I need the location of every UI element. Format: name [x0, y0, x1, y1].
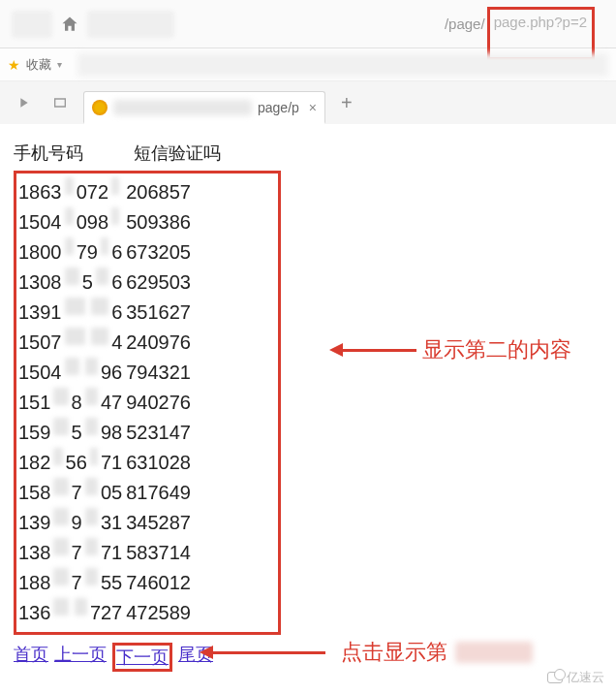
phone-part3: 727	[90, 598, 122, 628]
phone-blur	[65, 298, 85, 315]
phone-part2: 7	[72, 568, 82, 598]
star-icon[interactable]: ★	[8, 57, 20, 73]
phone-blur	[91, 298, 109, 315]
tab-title-blur	[113, 100, 252, 115]
phone-blur	[85, 388, 98, 405]
home-icon[interactable]	[60, 15, 79, 34]
table-row: 139931 345287	[18, 508, 191, 538]
table-row: 1504098 509386	[18, 207, 191, 237]
header-code: 短信验证吗	[134, 142, 221, 165]
table-row: 15074 240976	[18, 328, 191, 358]
annotation-1-text: 显示第二的内容	[422, 335, 571, 364]
phone-part2: 8	[72, 388, 82, 418]
table-header-row: 手机号码 短信验证吗	[14, 142, 610, 165]
phone-part3: 6	[111, 298, 122, 328]
new-tab-button[interactable]: +	[335, 92, 358, 114]
phone-part1: 158	[18, 478, 50, 508]
phone-blur	[85, 568, 98, 585]
address-bar[interactable]: /page/ page.php?p=2	[182, 10, 604, 39]
phone-blur	[90, 448, 98, 465]
phone-blur	[53, 598, 68, 615]
phone-part1: 1391	[18, 298, 62, 328]
phone-part1: 188	[18, 568, 50, 598]
phone-part1: 1504	[18, 358, 62, 388]
browser-tab[interactable]: page/p ×	[83, 91, 325, 124]
phone-part3: 47	[101, 388, 122, 418]
tab-bar: page/p × +	[0, 81, 616, 124]
sms-code: 345287	[126, 508, 191, 538]
table-row: 136727 472589	[18, 598, 191, 628]
watermark-text: 亿速云	[567, 669, 604, 686]
phone-blur	[111, 177, 119, 195]
url-text-highlighted: page.php?p=2	[487, 7, 595, 60]
phone-part3: 98	[101, 418, 122, 448]
phone-blur	[85, 418, 98, 435]
table-row: 1825671 631028	[18, 448, 191, 478]
phone-part1: 1863	[18, 177, 62, 207]
phone-part1: 136	[18, 598, 50, 628]
phone-part2: 9	[72, 508, 82, 538]
phone-part2: 56	[66, 448, 87, 478]
phone-part3: 6	[111, 237, 122, 268]
sms-code: 940276	[126, 388, 191, 418]
sms-code: 351627	[126, 298, 191, 328]
sms-code: 746012	[126, 568, 191, 598]
tabs-icon[interactable]	[46, 89, 74, 116]
annotation-1: 显示第二的内容	[329, 335, 571, 364]
phone-blur	[65, 237, 74, 255]
table-row: 138771 583714	[18, 538, 191, 568]
phone-blur	[85, 538, 98, 555]
phone-part1: 139	[18, 508, 50, 538]
phone-blur	[53, 448, 62, 465]
phone-part1: 1504	[18, 207, 62, 237]
browser-top-bar: /page/ page.php?p=2	[0, 0, 616, 48]
table-row: 1863072 206857	[18, 177, 191, 207]
sms-code: 817649	[126, 478, 191, 508]
phone-blur	[101, 237, 108, 255]
favicon-icon	[92, 100, 108, 115]
page-prev-link[interactable]: 上一页	[54, 643, 107, 672]
bookmark-label[interactable]: 收藏	[26, 56, 51, 74]
phone-blur	[85, 508, 98, 525]
phone-part1: 1800	[18, 237, 62, 268]
table-row: 158705 817649	[18, 478, 191, 508]
sms-code: 629503	[126, 268, 191, 298]
phone-blur	[53, 538, 68, 555]
sms-code: 794321	[126, 358, 191, 388]
phone-part2: 098	[77, 207, 108, 237]
page-next-link[interactable]: 下一页	[116, 647, 169, 667]
header-phone: 手机号码	[14, 142, 83, 165]
phone-blur	[85, 358, 98, 375]
phone-part1: 1308	[18, 268, 62, 298]
arrow-left-icon	[329, 343, 416, 357]
phone-blur	[53, 388, 68, 405]
sms-code: 631028	[126, 448, 191, 478]
sms-code: 673205	[126, 237, 191, 268]
sms-code: 523147	[126, 418, 191, 448]
phone-part3: 71	[101, 448, 122, 478]
chevron-down-icon[interactable]: ▾	[57, 59, 62, 70]
url-text-plain: /page/	[445, 16, 485, 32]
nav-blur	[12, 11, 52, 38]
phone-blur	[53, 478, 68, 495]
page-first-link[interactable]: 首页	[14, 643, 48, 672]
table-row: 159598 523147	[18, 418, 191, 448]
phone-part2: 7	[72, 478, 82, 508]
bookmark-blur	[77, 53, 608, 77]
table-row: 188755 746012	[18, 568, 191, 598]
page-content: 手机号码 短信验证吗 1863072 2068571504098 5093861…	[0, 132, 616, 678]
sms-code: 472589	[126, 598, 191, 628]
phone-part3: 6	[111, 268, 122, 298]
annotation-2: 点击显示第	[200, 638, 533, 667]
phone-part3: 05	[101, 478, 122, 508]
sidebar-toggle-icon[interactable]	[10, 89, 37, 116]
phone-blur	[53, 418, 68, 435]
phone-blur	[65, 328, 85, 345]
data-highlight-box: 1863072 2068571504098 5093861800796 6732…	[14, 171, 281, 635]
table-row: 130856 629503	[18, 268, 191, 298]
close-icon[interactable]: ×	[309, 100, 317, 115]
phone-part3: 31	[101, 508, 122, 538]
phone-blur	[65, 207, 74, 225]
phone-part2: 5	[82, 268, 93, 298]
phone-part1: 138	[18, 538, 50, 568]
